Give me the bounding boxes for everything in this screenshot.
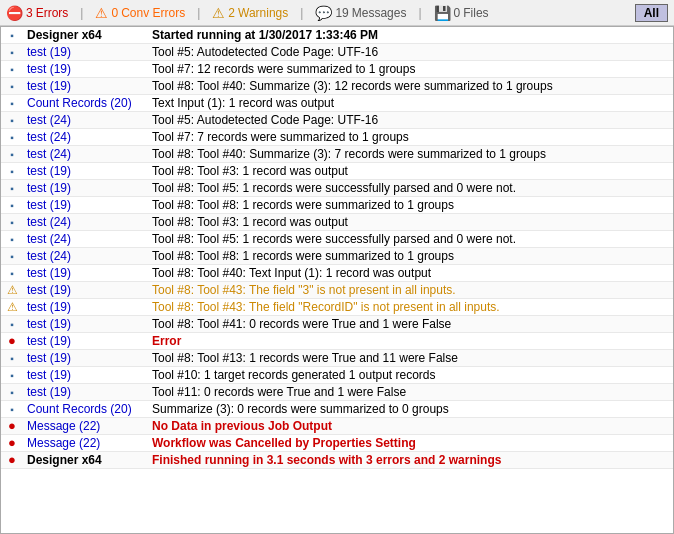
- row-source[interactable]: Count Records (20): [23, 95, 148, 112]
- row-icon-cell: ▪: [1, 248, 23, 265]
- toolbar: ⛔ 3 Errors | ⚠ 0 Conv Errors | ⚠ 2 Warni…: [0, 0, 674, 26]
- row-source[interactable]: test (24): [23, 248, 148, 265]
- row-source[interactable]: test (24): [23, 129, 148, 146]
- source-link[interactable]: test (19): [27, 62, 71, 76]
- source-link[interactable]: Count Records (20): [27, 96, 132, 110]
- row-icon-cell: ▪: [1, 129, 23, 146]
- row-source[interactable]: test (19): [23, 197, 148, 214]
- table-row: ▪test (19)Tool #8: Tool #8: 1 records we…: [1, 197, 673, 214]
- row-message: Tool #8: Tool #43: The field "RecordID" …: [148, 299, 673, 316]
- all-button[interactable]: All: [635, 4, 668, 22]
- errors-filter[interactable]: ⛔ 3 Errors: [6, 5, 68, 21]
- info-icon: ▪: [10, 149, 14, 160]
- row-source[interactable]: test (19): [23, 350, 148, 367]
- source-link[interactable]: test (19): [27, 79, 71, 93]
- table-row: ▪test (19)Tool #7: 12 records were summa…: [1, 61, 673, 78]
- info-icon: ▪: [10, 200, 14, 211]
- source-link[interactable]: test (24): [27, 147, 71, 161]
- warning-icon: ⚠: [212, 5, 225, 21]
- table-row: ▪test (24)Tool #8: Tool #8: 1 records we…: [1, 248, 673, 265]
- source-link[interactable]: test (19): [27, 181, 71, 195]
- row-icon-cell: ▪: [1, 180, 23, 197]
- info-icon: ▪: [10, 370, 14, 381]
- source-link[interactable]: test (24): [27, 232, 71, 246]
- files-count: 0: [454, 6, 461, 20]
- source-link[interactable]: Count Records (20): [27, 402, 132, 416]
- row-source[interactable]: test (19): [23, 333, 148, 350]
- source-link[interactable]: Message (22): [27, 419, 100, 433]
- sep3: |: [300, 6, 303, 20]
- row-message: Error: [148, 333, 673, 350]
- row-source[interactable]: Message (22): [23, 418, 148, 435]
- messages-filter[interactable]: 💬 19 Messages: [315, 5, 406, 21]
- source-link[interactable]: test (24): [27, 113, 71, 127]
- row-source[interactable]: test (19): [23, 180, 148, 197]
- info-icon: ▪: [10, 319, 14, 330]
- table-row: ●Message (22)No Data in previous Job Out…: [1, 418, 673, 435]
- row-message: Tool #8: Tool #8: 1 records were summari…: [148, 248, 673, 265]
- row-message: Tool #8: Tool #40: Text Input (1): 1 rec…: [148, 265, 673, 282]
- row-source[interactable]: test (19): [23, 44, 148, 61]
- sep4: |: [418, 6, 421, 20]
- row-source[interactable]: test (19): [23, 299, 148, 316]
- table-row: ●Message (22)Workflow was Cancelled by P…: [1, 435, 673, 452]
- row-source[interactable]: test (24): [23, 231, 148, 248]
- message-icon: 💬: [315, 5, 332, 21]
- row-message: Tool #5: Autodetected Code Page: UTF-16: [148, 44, 673, 61]
- row-message: Text Input (1): 1 record was output: [148, 95, 673, 112]
- row-icon-cell: ▪: [1, 78, 23, 95]
- source-link[interactable]: test (24): [27, 215, 71, 229]
- row-source[interactable]: test (19): [23, 367, 148, 384]
- row-source[interactable]: test (19): [23, 384, 148, 401]
- errors-label: Errors: [36, 6, 69, 20]
- warning-icon: ⚠: [7, 300, 18, 314]
- row-source[interactable]: test (19): [23, 163, 148, 180]
- source-link[interactable]: test (19): [27, 300, 71, 314]
- source-link[interactable]: test (19): [27, 266, 71, 280]
- row-source[interactable]: test (19): [23, 61, 148, 78]
- table-row: ▪test (24)Tool #8: Tool #5: 1 records we…: [1, 231, 673, 248]
- row-source[interactable]: Count Records (20): [23, 401, 148, 418]
- source-link[interactable]: test (19): [27, 164, 71, 178]
- source-link[interactable]: test (19): [27, 385, 71, 399]
- source-link[interactable]: test (19): [27, 351, 71, 365]
- row-source[interactable]: Message (22): [23, 435, 148, 452]
- warnings-filter[interactable]: ⚠ 2 Warnings: [212, 5, 288, 21]
- row-message: Tool #8: Tool #41: 0 records were True a…: [148, 316, 673, 333]
- source-link[interactable]: Message (22): [27, 436, 100, 450]
- errors-count: 3: [26, 6, 33, 20]
- source-link[interactable]: test (19): [27, 45, 71, 59]
- error-icon: ●: [8, 452, 16, 467]
- row-source[interactable]: test (24): [23, 112, 148, 129]
- row-source[interactable]: test (19): [23, 78, 148, 95]
- warning-icon: ⚠: [7, 283, 18, 297]
- row-icon-cell: ▪: [1, 61, 23, 78]
- row-icon-cell: ▪: [1, 146, 23, 163]
- table-row: ▪test (19)Tool #8: Tool #3: 1 record was…: [1, 163, 673, 180]
- row-source[interactable]: test (24): [23, 214, 148, 231]
- row-message: Tool #5: Autodetected Code Page: UTF-16: [148, 112, 673, 129]
- table-row: ▪test (19)Tool #8: Tool #5: 1 records we…: [1, 180, 673, 197]
- sep1: |: [80, 6, 83, 20]
- source-link[interactable]: test (19): [27, 317, 71, 331]
- conv-errors-filter[interactable]: ⚠ 0 Conv Errors: [95, 5, 185, 21]
- source-link[interactable]: test (19): [27, 368, 71, 382]
- row-message: Tool #8: Tool #8: 1 records were summari…: [148, 197, 673, 214]
- source-link[interactable]: test (19): [27, 334, 71, 348]
- files-filter[interactable]: 💾 0 Files: [434, 5, 489, 21]
- table-row: ▪test (24)Tool #8: Tool #3: 1 record was…: [1, 214, 673, 231]
- row-icon-cell: ●: [1, 452, 23, 469]
- conv-errors-label: Conv Errors: [121, 6, 185, 20]
- source-link[interactable]: test (19): [27, 198, 71, 212]
- row-message: Finished running in 3.1 seconds with 3 e…: [148, 452, 673, 469]
- source-link[interactable]: test (24): [27, 249, 71, 263]
- row-source[interactable]: test (19): [23, 282, 148, 299]
- info-icon: ▪: [10, 217, 14, 228]
- source-link[interactable]: test (24): [27, 130, 71, 144]
- row-source[interactable]: test (19): [23, 265, 148, 282]
- log-container: ▪Designer x64Started running at 1/30/201…: [0, 26, 674, 534]
- row-source[interactable]: test (24): [23, 146, 148, 163]
- row-source[interactable]: test (19): [23, 316, 148, 333]
- source-link[interactable]: test (19): [27, 283, 71, 297]
- info-icon: ▪: [10, 268, 14, 279]
